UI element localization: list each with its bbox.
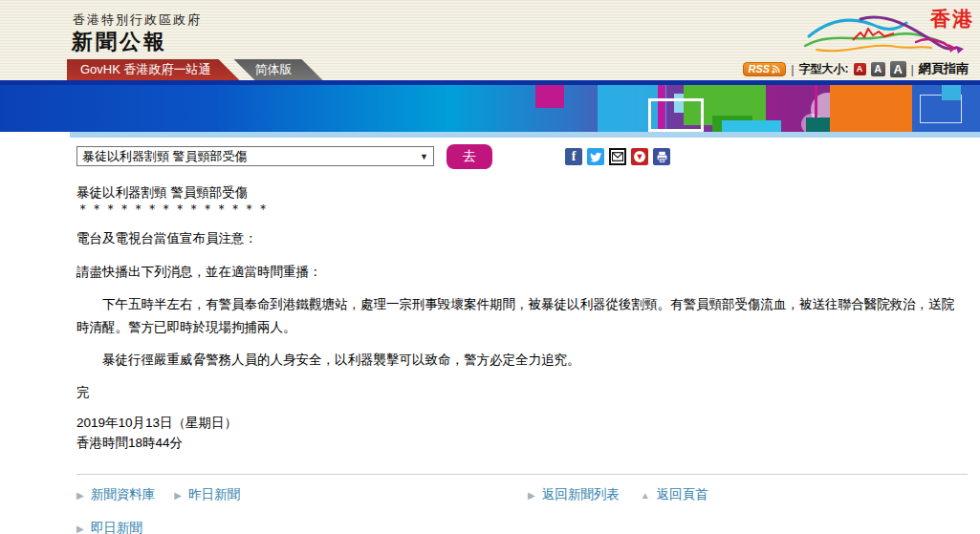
- utility-bar: RSS | 字型大小: A A A | 網頁指南: [743, 60, 969, 77]
- brand-hk-text: 香港: [930, 6, 974, 32]
- arrow-right-icon: ▶: [76, 490, 84, 501]
- tab-govhk[interactable]: GovHK 香港政府一站通: [67, 59, 240, 80]
- press-release-dropdown[interactable]: 暴徒以利器割頸 警員頸部受傷 ▼: [76, 146, 434, 166]
- font-size-label: 字型大小:: [799, 61, 849, 77]
- release-time: 香港時間18時44分: [76, 433, 966, 453]
- footer-divider: [76, 474, 968, 475]
- link-back-to-top[interactable]: ▲ 返回頁首: [641, 486, 708, 503]
- font-size-small-button[interactable]: A: [854, 63, 866, 75]
- rss-wave-icon: [772, 65, 780, 74]
- tab-simplified-chinese[interactable]: 简体版: [227, 59, 323, 80]
- email-icon[interactable]: [609, 148, 626, 165]
- font-size-medium-button[interactable]: A: [871, 62, 885, 76]
- chevron-down-icon: ▼: [420, 152, 428, 161]
- footer-row2: ▶ 即日新聞: [76, 520, 968, 534]
- press-release-page: 香港特別行政區政府 新聞公報 香港 RSS | 字型大小: A A A |: [0, 0, 980, 534]
- link-label: 新聞資料庫: [91, 486, 156, 503]
- dropdown-selected-value: 暴徒以利器割頸 警員頸部受傷: [82, 148, 248, 165]
- toolbar: 暴徒以利器割頸 警員頸部受傷 ▼ 去 f ▼: [76, 146, 966, 169]
- footer-right-group: ▶ 返回新聞列表 ▲ 返回頁首: [528, 486, 708, 503]
- decorative-banner: [0, 85, 980, 132]
- facebook-icon[interactable]: f: [565, 148, 582, 165]
- content-area: 暴徒以利器割頸 警員頸部受傷 ▼ 去 f ▼ 暴徒: [0, 138, 980, 534]
- arrow-up-icon: ▲: [641, 490, 650, 501]
- article-body: 暴徒以利器割頸 警員頸部受傷 ＊＊＊＊＊＊＊＊＊＊＊＊＊＊ 電台及電視台當值宣布…: [76, 184, 966, 453]
- twitter-icon[interactable]: [587, 148, 604, 165]
- site-guide-link[interactable]: 網頁指南: [919, 60, 969, 77]
- page-title: 新聞公報: [72, 28, 167, 56]
- article-paragraph: 下午五時半左右，有警員奉命到港鐵觀塘站，處理一宗刑事毀壞案件期間，被暴徒以利器從…: [76, 293, 966, 339]
- rss-label: RSS: [749, 63, 771, 75]
- article-title: 暴徒以利器割頸 警員頸部受傷: [76, 184, 966, 201]
- article-paragraph: 暴徒行徑嚴重威脅警務人員的人身安全，以利器襲擊可以致命，警方必定全力追究。: [76, 349, 966, 372]
- arrow-right-icon: ▶: [528, 490, 535, 501]
- footer-links: ▶ 新聞資料庫 ▶ 昨日新聞 ▶ 返回新聞列表 ▲ 返回頁首: [76, 486, 968, 534]
- link-news-archive[interactable]: ▶ 新聞資料庫: [76, 486, 155, 503]
- share-icons: f ▼: [565, 148, 670, 165]
- government-title: 香港特別行政區政府: [73, 11, 202, 29]
- header-tabs: GovHK 香港政府一站通 简体版: [67, 59, 323, 80]
- release-date: 2019年10月13日（星期日）: [76, 413, 966, 433]
- rss-button[interactable]: RSS: [743, 62, 787, 76]
- save-arrow: ▼: [634, 151, 645, 162]
- article-title-underline: ＊＊＊＊＊＊＊＊＊＊＊＊＊＊: [76, 201, 966, 217]
- arrow-right-icon: ▶: [76, 523, 84, 534]
- arrow-right-icon: ▶: [174, 490, 182, 501]
- notice-line: 電台及電視台當值宣布員注意：: [76, 227, 966, 250]
- separator: |: [791, 62, 794, 76]
- header: 香港特別行政區政府 新聞公報 香港 RSS | 字型大小: A A A |: [0, 0, 980, 80]
- go-button[interactable]: 去: [446, 144, 492, 169]
- link-label: 即日新聞: [91, 520, 142, 534]
- link-back-to-news-list[interactable]: ▶ 返回新聞列表: [528, 486, 620, 503]
- link-label: 昨日新聞: [188, 486, 240, 503]
- link-today-news[interactable]: ▶ 即日新聞: [76, 520, 142, 534]
- print-icon[interactable]: [653, 148, 670, 165]
- save-icon[interactable]: ▼: [631, 148, 648, 165]
- font-size-large-button[interactable]: A: [890, 61, 906, 77]
- separator: |: [911, 62, 914, 76]
- footer-left-group: ▶ 新聞資料庫 ▶ 昨日新聞: [76, 486, 968, 503]
- link-label: 返回頁首: [657, 486, 708, 503]
- link-yesterday-news[interactable]: ▶ 昨日新聞: [174, 486, 240, 503]
- article-end-mark: 完: [76, 381, 966, 404]
- link-label: 返回新聞列表: [542, 486, 620, 503]
- notice-line: 請盡快播出下列消息，並在適當時間重播：: [76, 261, 966, 284]
